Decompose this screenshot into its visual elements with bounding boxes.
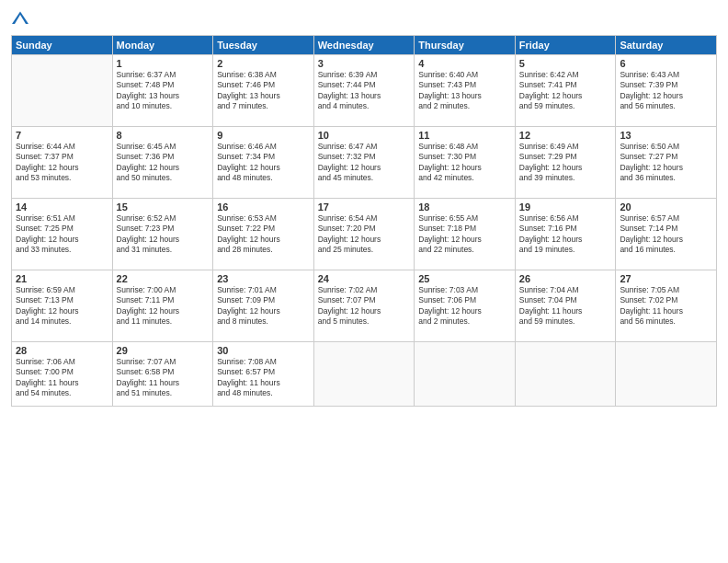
- day-number: 26: [519, 273, 612, 284]
- day-number: 21: [16, 273, 108, 284]
- day-info: Sunrise: 6:42 AM Sunset: 7:41 PM Dayligh…: [519, 70, 612, 112]
- day-info: Sunrise: 7:05 AM Sunset: 7:02 PM Dayligh…: [620, 285, 712, 327]
- day-cell: [415, 342, 516, 407]
- day-number: 9: [217, 130, 310, 141]
- day-cell: 17Sunrise: 6:54 AM Sunset: 7:20 PM Dayli…: [313, 199, 415, 270]
- day-number: 7: [16, 130, 108, 141]
- col-header-thursday: Thursday: [415, 36, 516, 55]
- day-cell: 9Sunrise: 6:46 AM Sunset: 7:34 PM Daylig…: [213, 127, 314, 199]
- day-info: Sunrise: 6:49 AM Sunset: 7:29 PM Dayligh…: [519, 142, 612, 184]
- day-cell: 11Sunrise: 6:48 AM Sunset: 7:30 PM Dayli…: [415, 127, 516, 199]
- day-info: Sunrise: 6:44 AM Sunset: 7:37 PM Dayligh…: [16, 142, 108, 184]
- day-cell: 23Sunrise: 7:01 AM Sunset: 7:09 PM Dayli…: [213, 270, 314, 342]
- day-number: 3: [318, 58, 411, 69]
- col-header-tuesday: Tuesday: [213, 36, 314, 55]
- logo-icon: [11, 9, 29, 28]
- day-number: 18: [418, 201, 511, 213]
- day-cell: 19Sunrise: 6:56 AM Sunset: 7:16 PM Dayli…: [515, 199, 616, 270]
- day-info: Sunrise: 7:06 AM Sunset: 7:00 PM Dayligh…: [16, 357, 108, 399]
- day-cell: [515, 342, 616, 407]
- day-info: Sunrise: 6:43 AM Sunset: 7:39 PM Dayligh…: [620, 70, 712, 112]
- day-info: Sunrise: 6:59 AM Sunset: 7:13 PM Dayligh…: [16, 285, 108, 327]
- day-number: 1: [117, 58, 210, 69]
- day-cell: 3Sunrise: 6:39 AM Sunset: 7:44 PM Daylig…: [313, 55, 415, 127]
- day-info: Sunrise: 6:57 AM Sunset: 7:14 PM Dayligh…: [620, 213, 712, 256]
- day-number: 14: [16, 201, 108, 213]
- day-cell: 13Sunrise: 6:50 AM Sunset: 7:27 PM Dayli…: [616, 127, 717, 199]
- day-info: Sunrise: 6:47 AM Sunset: 7:32 PM Dayligh…: [318, 142, 411, 184]
- day-cell: 12Sunrise: 6:49 AM Sunset: 7:29 PM Dayli…: [515, 127, 616, 199]
- header-row: SundayMondayTuesdayWednesdayThursdayFrid…: [12, 36, 717, 55]
- day-info: Sunrise: 6:45 AM Sunset: 7:36 PM Dayligh…: [117, 142, 210, 184]
- day-info: Sunrise: 6:39 AM Sunset: 7:44 PM Dayligh…: [318, 70, 411, 112]
- day-info: Sunrise: 7:02 AM Sunset: 7:07 PM Dayligh…: [318, 285, 411, 327]
- day-number: 10: [318, 130, 411, 141]
- col-header-friday: Friday: [515, 36, 616, 55]
- day-cell: 7Sunrise: 6:44 AM Sunset: 7:37 PM Daylig…: [12, 127, 113, 199]
- day-cell: 10Sunrise: 6:47 AM Sunset: 7:32 PM Dayli…: [313, 127, 415, 199]
- day-cell: 30Sunrise: 7:08 AM Sunset: 6:57 PM Dayli…: [213, 342, 314, 407]
- day-cell: 16Sunrise: 6:53 AM Sunset: 7:22 PM Dayli…: [213, 199, 314, 270]
- day-info: Sunrise: 7:00 AM Sunset: 7:11 PM Dayligh…: [117, 285, 210, 327]
- week-row-2: 7Sunrise: 6:44 AM Sunset: 7:37 PM Daylig…: [12, 127, 717, 199]
- day-cell: 20Sunrise: 6:57 AM Sunset: 7:14 PM Dayli…: [616, 199, 717, 270]
- day-info: Sunrise: 6:46 AM Sunset: 7:34 PM Dayligh…: [217, 142, 310, 184]
- day-info: Sunrise: 6:55 AM Sunset: 7:18 PM Dayligh…: [418, 213, 511, 256]
- day-info: Sunrise: 7:03 AM Sunset: 7:06 PM Dayligh…: [418, 285, 511, 327]
- day-cell: [313, 342, 415, 407]
- day-number: 2: [217, 58, 310, 69]
- day-cell: 29Sunrise: 7:07 AM Sunset: 6:58 PM Dayli…: [112, 342, 213, 407]
- day-cell: 26Sunrise: 7:04 AM Sunset: 7:04 PM Dayli…: [515, 270, 616, 342]
- day-number: 22: [117, 273, 210, 284]
- day-cell: 5Sunrise: 6:42 AM Sunset: 7:41 PM Daylig…: [515, 55, 616, 127]
- day-number: 30: [217, 345, 310, 356]
- calendar-table: SundayMondayTuesdayWednesdayThursdayFrid…: [11, 35, 717, 407]
- day-number: 28: [16, 345, 108, 356]
- col-header-monday: Monday: [112, 36, 213, 55]
- day-number: 23: [217, 273, 310, 284]
- header: [11, 9, 717, 28]
- day-number: 27: [620, 273, 712, 284]
- day-info: Sunrise: 7:07 AM Sunset: 6:58 PM Dayligh…: [117, 357, 210, 399]
- page: SundayMondayTuesdayWednesdayThursdayFrid…: [0, 0, 728, 563]
- day-info: Sunrise: 7:01 AM Sunset: 7:09 PM Dayligh…: [217, 285, 310, 327]
- day-cell: 24Sunrise: 7:02 AM Sunset: 7:07 PM Dayli…: [313, 270, 415, 342]
- day-cell: 22Sunrise: 7:00 AM Sunset: 7:11 PM Dayli…: [112, 270, 213, 342]
- day-number: 12: [519, 130, 612, 141]
- day-cell: [12, 55, 113, 127]
- day-number: 19: [519, 201, 612, 213]
- col-header-sunday: Sunday: [12, 36, 113, 55]
- day-cell: 4Sunrise: 6:40 AM Sunset: 7:43 PM Daylig…: [415, 55, 516, 127]
- day-number: 8: [117, 130, 210, 141]
- day-info: Sunrise: 6:38 AM Sunset: 7:46 PM Dayligh…: [217, 70, 310, 112]
- day-info: Sunrise: 6:50 AM Sunset: 7:27 PM Dayligh…: [620, 142, 712, 184]
- day-cell: 15Sunrise: 6:52 AM Sunset: 7:23 PM Dayli…: [112, 199, 213, 270]
- day-number: 4: [418, 58, 511, 69]
- day-number: 13: [620, 130, 712, 141]
- day-cell: 28Sunrise: 7:06 AM Sunset: 7:00 PM Dayli…: [12, 342, 113, 407]
- day-number: 24: [318, 273, 411, 284]
- day-cell: [616, 342, 717, 407]
- day-info: Sunrise: 6:52 AM Sunset: 7:23 PM Dayligh…: [117, 213, 210, 256]
- day-number: 15: [117, 201, 210, 213]
- day-cell: 1Sunrise: 6:37 AM Sunset: 7:48 PM Daylig…: [112, 55, 213, 127]
- week-row-4: 21Sunrise: 6:59 AM Sunset: 7:13 PM Dayli…: [12, 270, 717, 342]
- day-number: 11: [418, 130, 511, 141]
- day-info: Sunrise: 6:37 AM Sunset: 7:48 PM Dayligh…: [117, 70, 210, 112]
- day-info: Sunrise: 6:51 AM Sunset: 7:25 PM Dayligh…: [16, 213, 108, 256]
- day-number: 25: [418, 273, 511, 284]
- day-number: 5: [519, 58, 612, 69]
- day-cell: 27Sunrise: 7:05 AM Sunset: 7:02 PM Dayli…: [616, 270, 717, 342]
- week-row-1: 1Sunrise: 6:37 AM Sunset: 7:48 PM Daylig…: [12, 55, 717, 127]
- day-number: 16: [217, 201, 310, 213]
- week-row-3: 14Sunrise: 6:51 AM Sunset: 7:25 PM Dayli…: [12, 199, 717, 270]
- day-cell: 8Sunrise: 6:45 AM Sunset: 7:36 PM Daylig…: [112, 127, 213, 199]
- col-header-saturday: Saturday: [616, 36, 717, 55]
- day-number: 6: [620, 58, 712, 69]
- day-number: 20: [620, 201, 712, 213]
- day-info: Sunrise: 6:56 AM Sunset: 7:16 PM Dayligh…: [519, 213, 612, 256]
- day-number: 17: [318, 201, 411, 213]
- day-cell: 6Sunrise: 6:43 AM Sunset: 7:39 PM Daylig…: [616, 55, 717, 127]
- day-info: Sunrise: 6:48 AM Sunset: 7:30 PM Dayligh…: [418, 142, 511, 184]
- day-cell: 21Sunrise: 6:59 AM Sunset: 7:13 PM Dayli…: [12, 270, 113, 342]
